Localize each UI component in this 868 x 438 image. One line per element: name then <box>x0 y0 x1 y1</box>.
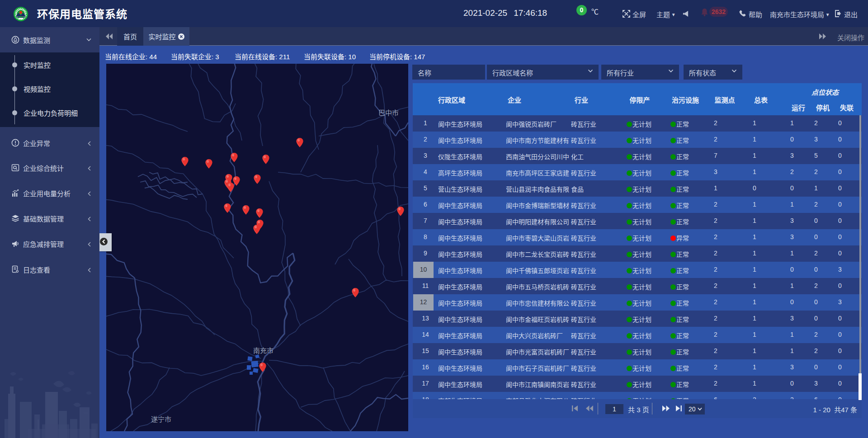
svg-text:巴中市: 巴中市 <box>378 109 399 117</box>
svg-text:南充市: 南充市 <box>253 347 274 354</box>
svg-text:遂宁市: 遂宁市 <box>151 415 171 423</box>
